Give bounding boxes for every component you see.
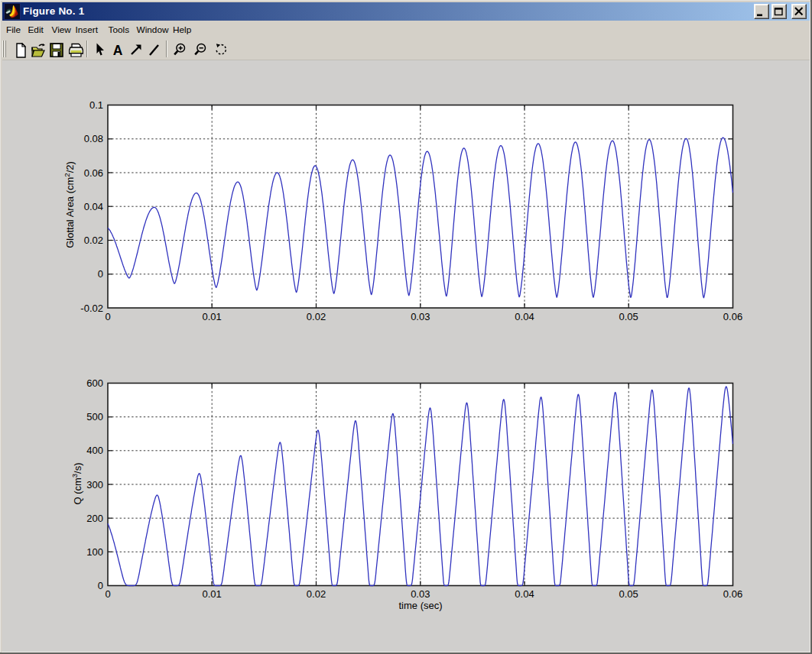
svg-text:Q (cm3/s): Q (cm3/s) (70, 462, 83, 504)
svg-text:time (sec): time (sec) (398, 600, 442, 611)
svg-text:0.01: 0.01 (203, 588, 222, 600)
svg-text:0.05: 0.05 (619, 588, 638, 600)
svg-text:A: A (112, 43, 122, 58)
svg-text:100: 100 (86, 546, 103, 558)
svg-text:0.1: 0.1 (89, 99, 103, 111)
svg-text:0.02: 0.02 (84, 235, 103, 246)
svg-text:0.05: 0.05 (619, 311, 638, 322)
svg-text:300: 300 (86, 479, 103, 490)
svg-text:0: 0 (98, 580, 103, 591)
svg-text:0.01: 0.01 (203, 311, 222, 322)
svg-text:Glottal Area (cm2/2): Glottal Area (cm2/2) (63, 161, 76, 248)
svg-text:0.06: 0.06 (723, 311, 742, 322)
svg-text:0.08: 0.08 (84, 133, 103, 144)
svg-text:0.06: 0.06 (84, 167, 103, 179)
svg-text:0.02: 0.02 (307, 311, 326, 322)
svg-text:200: 200 (86, 513, 103, 524)
svg-text:0.06: 0.06 (723, 588, 742, 600)
svg-text:0: 0 (98, 268, 103, 280)
svg-text:600: 600 (86, 377, 103, 389)
svg-text:0.02: 0.02 (307, 588, 326, 600)
svg-text:-0.02: -0.02 (80, 303, 103, 314)
svg-text:0.04: 0.04 (84, 201, 103, 212)
svg-text:0: 0 (105, 311, 110, 322)
svg-text:0.04: 0.04 (515, 588, 534, 600)
svg-text:0: 0 (105, 588, 110, 600)
svg-text:0.04: 0.04 (515, 311, 534, 322)
svg-text:0.03: 0.03 (411, 311, 430, 322)
svg-text:0.03: 0.03 (411, 588, 430, 600)
svg-text:500: 500 (86, 411, 103, 423)
svg-text:400: 400 (86, 445, 103, 456)
